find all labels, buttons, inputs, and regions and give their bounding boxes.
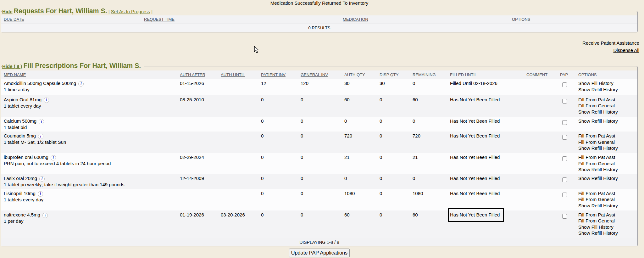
patient-inv-cell: 0: [258, 132, 298, 153]
options-cell: Show Refill History: [576, 174, 637, 189]
auth-qty-cell: 0: [342, 174, 377, 189]
fill-from-general-link[interactable]: Fill From General: [578, 103, 635, 109]
remaining-cell: 60: [410, 210, 447, 238]
fill-from-general-link[interactable]: Fill From General: [578, 218, 635, 224]
remaining-cell: 0: [410, 174, 447, 189]
sort-request-time-link[interactable]: REQUEST TIME: [144, 17, 175, 22]
pap-checkbox[interactable]: [562, 99, 567, 104]
displaying-count: DISPLAYING 1-8 / 8: [1, 238, 637, 246]
fill-panel-legend: Hide ( 8 ) Fill Prescriptions For Hart, …: [2, 62, 144, 70]
column-header-pap: PAP: [558, 70, 576, 79]
set-as-in-progress-link[interactable]: Set As In Progress: [111, 9, 150, 14]
fill-from-pat-asst-link[interactable]: Fill From Pat Asst: [578, 97, 635, 103]
show-refill-history-link[interactable]: Show Refill History: [578, 166, 635, 173]
pap-checkbox[interactable]: [562, 177, 567, 182]
comment-cell: [524, 189, 558, 210]
comment-cell: [524, 95, 558, 117]
column-header-auth-qty: AUTH QTY: [342, 70, 377, 79]
filled-until-cell: Has Not Yet Been Filled: [447, 132, 524, 153]
show-fill-history-link[interactable]: Show Fill History: [578, 224, 635, 230]
disp-qty-cell: 0: [377, 174, 410, 189]
disp-qty-cell: 30: [377, 79, 410, 95]
patient-inv-cell: 0: [258, 210, 298, 238]
show-refill-history-link[interactable]: Show Refill History: [578, 145, 635, 151]
auth-after-cell: 08-25-2010: [177, 95, 218, 117]
patient-inv-cell: 0: [258, 153, 298, 174]
auth-qty-cell: 1080: [342, 189, 377, 210]
fill-from-pat-asst-link[interactable]: Fill From Pat Asst: [578, 133, 635, 139]
general-inv-cell: 0: [298, 117, 342, 132]
sort-auth-until-link[interactable]: AUTH UNTIL: [221, 72, 245, 77]
patient-inv-cell: 12: [258, 79, 298, 95]
sort-medication-link[interactable]: MEDICATION: [343, 17, 368, 22]
fill-from-pat-asst-link[interactable]: Fill From Pat Asst: [578, 212, 635, 218]
auth-qty-cell: 0: [342, 117, 377, 132]
auth-after-cell: 01-19-2026: [177, 210, 218, 238]
med-name-cell: Calcium 500mgi1 tablet bid: [1, 117, 177, 132]
fill-from-general-link[interactable]: Fill From General: [578, 196, 635, 203]
info-icon[interactable]: i: [44, 98, 49, 103]
sort-auth-after-link[interactable]: AUTH AFTER: [180, 72, 205, 77]
sort-patient-inv-link[interactable]: PATIENT INV: [261, 72, 286, 77]
info-icon[interactable]: i: [38, 134, 43, 139]
fill-table-header-row: MED NAME AUTH AFTER AUTH UNTIL PATIENT I…: [1, 70, 637, 79]
pap-checkbox[interactable]: [562, 193, 567, 197]
disp-qty-cell: 0: [377, 117, 410, 132]
auth-qty-cell: 60: [342, 210, 377, 238]
fill-from-pat-asst-link[interactable]: Fill From Pat Asst: [578, 190, 635, 197]
options-cell: Fill From Pat AsstFill From GeneralShow …: [576, 132, 637, 153]
med-name: Aspirin Oral 81mg: [4, 97, 42, 102]
patient-inv-cell: 0: [258, 174, 298, 189]
page-content: Medication Successfully Returned To Inve…: [1, 0, 638, 257]
pap-checkbox[interactable]: [562, 156, 567, 161]
med-name-cell: Lisinopril 10mgi1 tablets every day: [1, 189, 177, 210]
pap-checkbox[interactable]: [562, 135, 567, 140]
pap-checkbox[interactable]: [562, 82, 567, 87]
info-icon[interactable]: i: [78, 81, 84, 87]
receive-patient-assistance-link[interactable]: Receive Patient Assistance: [582, 39, 639, 47]
show-refill-history-link[interactable]: Show Refill History: [578, 175, 635, 182]
fill-hide-link[interactable]: Hide ( 8 ): [2, 64, 22, 69]
comment-cell: [524, 174, 558, 189]
info-icon[interactable]: i: [42, 213, 48, 218]
show-fill-history-link[interactable]: Show Fill History: [578, 80, 635, 87]
show-refill-history-link[interactable]: Show Refill History: [578, 109, 635, 115]
sort-due-date-link[interactable]: DUE DATE: [4, 17, 24, 22]
general-inv-cell: 0: [298, 95, 342, 117]
patient-inv-cell: 0: [258, 117, 298, 132]
pap-checkbox[interactable]: [562, 120, 567, 125]
info-icon[interactable]: i: [39, 176, 45, 182]
requests-hide-link[interactable]: Hide: [2, 9, 13, 14]
column-header-options: OPTIONS: [509, 15, 637, 24]
column-header-med-name: MED NAME: [1, 70, 177, 79]
fill-from-pat-asst-link[interactable]: Fill From Pat Asst: [578, 154, 635, 160]
med-name-cell: Aspirin Oral 81mgi1 tablet every day: [1, 95, 177, 117]
prescription-row: naltrexone 4.5mgi1 per day01-19-202603-2…: [1, 210, 637, 238]
info-icon[interactable]: i: [38, 191, 43, 197]
show-refill-history-link[interactable]: Show Refill History: [578, 118, 635, 124]
update-pap-applications-button[interactable]: Update PAP Applications: [289, 249, 350, 257]
sort-med-name-link[interactable]: MED NAME: [4, 72, 26, 77]
info-icon[interactable]: i: [39, 119, 44, 124]
comment-cell: [524, 79, 558, 95]
show-refill-history-link[interactable]: Show Refill History: [578, 203, 635, 209]
options-cell: Fill From Pat AsstFill From GeneralShow …: [576, 153, 637, 174]
comment-cell: [524, 117, 558, 132]
fill-from-general-link[interactable]: Fill From General: [578, 160, 635, 167]
remaining-cell: 1080: [410, 189, 447, 210]
med-name-cell: naltrexone 4.5mgi1 per day: [1, 210, 177, 238]
filled-until-cell: Has Not Yet Been Filled: [447, 95, 524, 117]
fill-from-general-link[interactable]: Fill From General: [578, 139, 635, 145]
sort-general-inv-link[interactable]: GENERAL INV: [301, 72, 328, 77]
med-sig: 1 tablet bid: [4, 124, 175, 131]
auth-after-cell: 12-14-2009: [177, 174, 218, 189]
dispense-all-link[interactable]: Dispense All: [613, 47, 639, 54]
show-refill-history-link[interactable]: Show Refill History: [578, 230, 635, 236]
pap-checkbox[interactable]: [562, 214, 567, 219]
show-refill-history-link[interactable]: Show Refill History: [578, 87, 635, 93]
fill-prescriptions-table: MED NAME AUTH AFTER AUTH UNTIL PATIENT I…: [1, 70, 637, 246]
fill-prescriptions-panel: Hide ( 8 ) Fill Prescriptions For Hart, …: [1, 62, 638, 246]
auth-until-cell: [218, 117, 258, 132]
info-icon[interactable]: i: [51, 155, 56, 160]
column-header-auth-until: AUTH UNTIL: [218, 70, 258, 79]
